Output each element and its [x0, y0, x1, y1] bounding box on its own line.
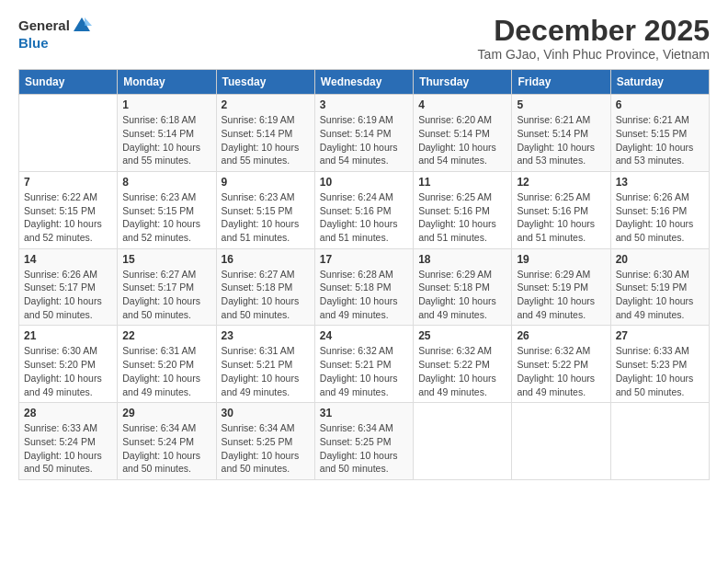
calendar-cell: 27Sunrise: 6:33 AMSunset: 5:23 PMDayligh… [610, 326, 709, 403]
calendar-cell: 18Sunrise: 6:29 AMSunset: 5:18 PMDayligh… [414, 248, 512, 326]
calendar-week-row: 14Sunrise: 6:26 AMSunset: 5:17 PMDayligh… [19, 248, 710, 326]
day-info: Sunrise: 6:27 AMSunset: 5:17 PMDaylight:… [122, 268, 210, 322]
day-info: Sunrise: 6:33 AMSunset: 5:23 PMDaylight:… [616, 344, 704, 398]
day-info: Sunrise: 6:18 AMSunset: 5:14 PMDaylight:… [122, 113, 210, 167]
calendar-cell: 20Sunrise: 6:30 AMSunset: 5:19 PMDayligh… [610, 248, 709, 326]
day-number: 13 [616, 176, 704, 189]
day-info: Sunrise: 6:34 AMSunset: 5:25 PMDaylight:… [320, 421, 408, 476]
calendar-cell: 11Sunrise: 6:25 AMSunset: 5:16 PMDayligh… [414, 171, 512, 248]
calendar-cell: 17Sunrise: 6:28 AMSunset: 5:18 PMDayligh… [314, 248, 413, 326]
weekday-header-monday: Monday [118, 70, 216, 95]
calendar-cell: 19Sunrise: 6:29 AMSunset: 5:19 PMDayligh… [512, 248, 610, 326]
day-info: Sunrise: 6:19 AMSunset: 5:14 PMDaylight:… [320, 113, 408, 167]
calendar-week-row: 1Sunrise: 6:18 AMSunset: 5:14 PMDaylight… [19, 95, 710, 172]
calendar-cell: 15Sunrise: 6:27 AMSunset: 5:17 PMDayligh… [118, 248, 216, 326]
day-info: Sunrise: 6:25 AMSunset: 5:16 PMDaylight:… [418, 190, 506, 245]
calendar-cell: 28Sunrise: 6:33 AMSunset: 5:24 PMDayligh… [19, 403, 118, 480]
day-number: 27 [616, 329, 704, 342]
day-number: 5 [517, 98, 605, 111]
day-info: Sunrise: 6:21 AMSunset: 5:15 PMDaylight:… [616, 113, 704, 167]
calendar-cell: 24Sunrise: 6:32 AMSunset: 5:21 PMDayligh… [314, 326, 413, 403]
day-info: Sunrise: 6:29 AMSunset: 5:18 PMDaylight:… [418, 268, 506, 322]
day-info: Sunrise: 6:22 AMSunset: 5:15 PMDaylight:… [24, 190, 112, 245]
day-number: 12 [517, 176, 605, 189]
calendar-cell: 2Sunrise: 6:19 AMSunset: 5:14 PMDaylight… [216, 95, 314, 172]
day-number: 31 [320, 407, 408, 419]
calendar-cell: 21Sunrise: 6:30 AMSunset: 5:20 PMDayligh… [19, 326, 118, 403]
calendar-cell: 9Sunrise: 6:23 AMSunset: 5:15 PMDaylight… [216, 171, 314, 248]
weekday-header-sunday: Sunday [19, 70, 118, 95]
day-info: Sunrise: 6:21 AMSunset: 5:14 PMDaylight:… [517, 113, 605, 167]
day-info: Sunrise: 6:20 AMSunset: 5:14 PMDaylight:… [418, 113, 506, 167]
calendar-cell: 5Sunrise: 6:21 AMSunset: 5:14 PMDaylight… [512, 95, 610, 172]
weekday-header-thursday: Thursday [414, 70, 512, 95]
day-number: 30 [222, 407, 310, 419]
day-info: Sunrise: 6:23 AMSunset: 5:15 PMDaylight:… [122, 190, 210, 245]
calendar-cell: 13Sunrise: 6:26 AMSunset: 5:16 PMDayligh… [610, 171, 709, 248]
day-info: Sunrise: 6:25 AMSunset: 5:16 PMDaylight:… [517, 190, 605, 245]
day-number: 19 [517, 253, 605, 266]
location-title: Tam GJao, Vinh Phuc Province, Vietnam [478, 47, 710, 62]
day-info: Sunrise: 6:28 AMSunset: 5:18 PMDaylight:… [320, 268, 408, 322]
calendar-cell: 25Sunrise: 6:32 AMSunset: 5:22 PMDayligh… [414, 326, 512, 403]
calendar-cell: 31Sunrise: 6:34 AMSunset: 5:25 PMDayligh… [314, 403, 413, 480]
calendar-cell [610, 403, 709, 480]
day-number: 7 [24, 176, 112, 189]
day-number: 11 [418, 176, 506, 189]
day-number: 4 [418, 98, 506, 111]
calendar-cell: 8Sunrise: 6:23 AMSunset: 5:15 PMDaylight… [118, 171, 216, 248]
calendar-table: SundayMondayTuesdayWednesdayThursdayFrid… [18, 69, 710, 480]
calendar-cell: 12Sunrise: 6:25 AMSunset: 5:16 PMDayligh… [512, 171, 610, 248]
day-number: 15 [122, 253, 210, 266]
day-number: 10 [320, 176, 408, 189]
day-number: 29 [122, 407, 210, 419]
calendar-cell: 30Sunrise: 6:34 AMSunset: 5:25 PMDayligh… [216, 403, 314, 480]
day-info: Sunrise: 6:27 AMSunset: 5:18 PMDaylight:… [222, 268, 310, 322]
logo: General Blue [18, 15, 92, 52]
day-number: 21 [24, 329, 112, 342]
calendar-cell [19, 95, 118, 172]
day-number: 1 [122, 98, 210, 111]
day-number: 18 [418, 253, 506, 266]
day-number: 24 [320, 329, 408, 342]
day-number: 2 [222, 98, 310, 111]
day-number: 20 [616, 253, 704, 266]
day-number: 23 [222, 329, 310, 342]
calendar-cell: 23Sunrise: 6:31 AMSunset: 5:21 PMDayligh… [216, 326, 314, 403]
calendar-week-row: 7Sunrise: 6:22 AMSunset: 5:15 PMDaylight… [19, 171, 710, 248]
calendar-cell: 22Sunrise: 6:31 AMSunset: 5:20 PMDayligh… [118, 326, 216, 403]
day-info: Sunrise: 6:34 AMSunset: 5:24 PMDaylight:… [122, 421, 210, 476]
day-number: 26 [517, 329, 605, 342]
weekday-header-wednesday: Wednesday [314, 70, 413, 95]
calendar-cell: 1Sunrise: 6:18 AMSunset: 5:14 PMDaylight… [118, 95, 216, 172]
calendar-cell: 10Sunrise: 6:24 AMSunset: 5:16 PMDayligh… [314, 171, 413, 248]
day-info: Sunrise: 6:30 AMSunset: 5:19 PMDaylight:… [616, 268, 704, 322]
month-title: December 2025 [478, 15, 710, 47]
calendar-week-row: 28Sunrise: 6:33 AMSunset: 5:24 PMDayligh… [19, 403, 710, 480]
logo-general: General [18, 18, 70, 32]
logo-blue: Blue [18, 35, 49, 51]
calendar-week-row: 21Sunrise: 6:30 AMSunset: 5:20 PMDayligh… [19, 326, 710, 403]
day-info: Sunrise: 6:33 AMSunset: 5:24 PMDaylight:… [24, 421, 112, 476]
day-number: 17 [320, 253, 408, 266]
day-info: Sunrise: 6:26 AMSunset: 5:17 PMDaylight:… [24, 268, 112, 322]
day-number: 14 [24, 253, 112, 266]
weekday-header-tuesday: Tuesday [216, 70, 314, 95]
svg-marker-1 [85, 17, 92, 26]
day-info: Sunrise: 6:24 AMSunset: 5:16 PMDaylight:… [320, 190, 408, 245]
logo-icon [72, 15, 92, 35]
day-number: 8 [122, 176, 210, 189]
title-section: December 2025 Tam GJao, Vinh Phuc Provin… [478, 15, 710, 62]
calendar-cell [512, 403, 610, 480]
page-header: General Blue December 2025 Tam GJao, Vin… [18, 15, 710, 62]
day-info: Sunrise: 6:29 AMSunset: 5:19 PMDaylight:… [517, 268, 605, 322]
day-info: Sunrise: 6:32 AMSunset: 5:22 PMDaylight:… [418, 344, 506, 398]
calendar-cell: 6Sunrise: 6:21 AMSunset: 5:15 PMDaylight… [610, 95, 709, 172]
calendar-cell: 4Sunrise: 6:20 AMSunset: 5:14 PMDaylight… [414, 95, 512, 172]
calendar-cell: 14Sunrise: 6:26 AMSunset: 5:17 PMDayligh… [19, 248, 118, 326]
calendar-cell [414, 403, 512, 480]
day-info: Sunrise: 6:30 AMSunset: 5:20 PMDaylight:… [24, 344, 112, 398]
calendar-cell: 29Sunrise: 6:34 AMSunset: 5:24 PMDayligh… [118, 403, 216, 480]
day-number: 28 [24, 407, 112, 419]
calendar-cell: 26Sunrise: 6:32 AMSunset: 5:22 PMDayligh… [512, 326, 610, 403]
